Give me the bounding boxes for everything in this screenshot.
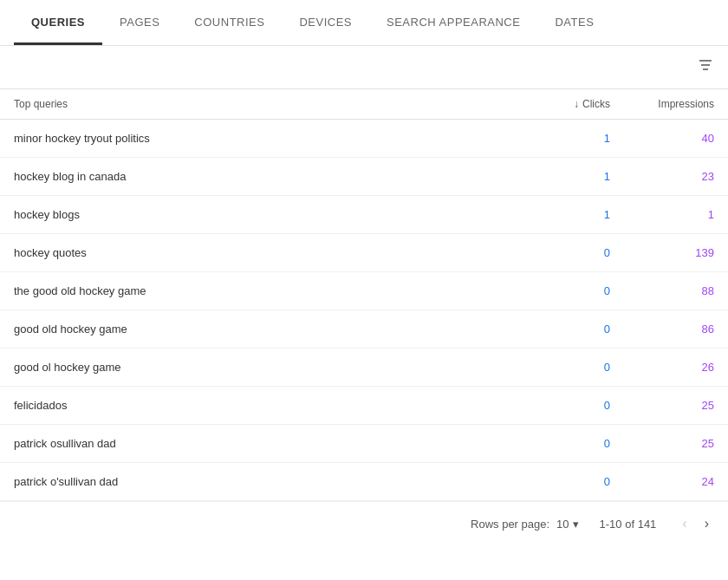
cell-impressions: 86 (610, 323, 714, 336)
tab-countries[interactable]: COUNTRIES (177, 0, 282, 45)
table-row: hockey quotes0139 (0, 234, 728, 272)
queries-table: Top queries ↓ Clicks Impressions minor h… (0, 89, 728, 501)
cell-query: hockey quotes (14, 246, 506, 259)
cell-clicks: 0 (506, 361, 610, 374)
prev-page-button[interactable]: ‹ (677, 514, 692, 533)
cell-query: good ol hockey game (14, 361, 506, 374)
header-clicks[interactable]: ↓ Clicks (506, 98, 610, 110)
chevron-down-icon: ▾ (573, 518, 579, 531)
table-row: good old hockey game086 (0, 310, 728, 349)
tab-pages[interactable]: PAGES (102, 0, 177, 45)
filter-icon[interactable] (697, 56, 714, 78)
header-impressions[interactable]: Impressions (610, 98, 714, 110)
next-page-button[interactable]: › (699, 514, 714, 533)
cell-query: good old hockey game (14, 323, 506, 336)
cell-query: patrick o'sullivan dad (14, 475, 506, 488)
cell-impressions: 139 (610, 246, 714, 259)
cell-clicks: 1 (506, 208, 610, 221)
cell-clicks: 0 (506, 323, 610, 336)
table-header: Top queries ↓ Clicks Impressions (0, 89, 728, 120)
page-info: 1-10 of 141 (600, 518, 657, 531)
cell-impressions: 24 (610, 475, 714, 488)
cell-query: hockey blog in canada (14, 170, 506, 183)
table-row: hockey blog in canada123 (0, 158, 728, 196)
header-query: Top queries (14, 98, 506, 110)
cell-query: felicidados (14, 399, 506, 412)
cell-query: patrick osullivan dad (14, 437, 506, 450)
tabs-container: QUERIES PAGES COUNTRIES DEVICES SEARCH A… (0, 0, 728, 46)
cell-clicks: 0 (506, 246, 610, 259)
rows-per-page-label: Rows per page: (471, 518, 549, 531)
tab-search-appearance[interactable]: SEARCH APPEARANCE (369, 0, 537, 45)
header-clicks-label: Clicks (582, 98, 610, 110)
tab-devices[interactable]: DEVICES (282, 0, 369, 45)
cell-impressions: 1 (610, 208, 714, 221)
pagination: Rows per page: 10 ▾ 1-10 of 141 ‹ › (0, 501, 728, 545)
table-row: hockey blogs11 (0, 196, 728, 234)
table-row: patrick o'sullivan dad024 (0, 463, 728, 501)
tab-dates[interactable]: DATES (537, 0, 611, 45)
cell-clicks: 0 (506, 475, 610, 488)
cell-impressions: 25 (610, 399, 714, 412)
cell-clicks: 1 (506, 132, 610, 145)
cell-clicks: 0 (506, 284, 610, 297)
rows-per-page-value: 10 (556, 518, 569, 531)
toolbar (0, 46, 728, 89)
table-row: felicidados025 (0, 387, 728, 425)
cell-query: minor hockey tryout politics (14, 132, 506, 145)
cell-impressions: 23 (610, 170, 714, 183)
table-row: patrick osullivan dad025 (0, 425, 728, 463)
cell-clicks: 0 (506, 437, 610, 450)
rows-per-page-select[interactable]: 10 ▾ (556, 518, 578, 531)
table-row: good ol hockey game026 (0, 349, 728, 387)
sort-arrow-icon: ↓ (574, 98, 579, 110)
tab-queries[interactable]: QUERIES (14, 0, 102, 45)
page-nav: ‹ › (677, 514, 714, 533)
cell-impressions: 40 (610, 132, 714, 145)
table-body: minor hockey tryout politics140hockey bl… (0, 120, 728, 501)
cell-impressions: 25 (610, 437, 714, 450)
table-row: minor hockey tryout politics140 (0, 120, 728, 158)
cell-clicks: 1 (506, 170, 610, 183)
cell-impressions: 88 (610, 284, 714, 297)
rows-per-page-section: Rows per page: 10 ▾ (471, 518, 579, 531)
cell-query: hockey blogs (14, 208, 506, 221)
cell-query: the good old hockey game (14, 284, 506, 297)
cell-impressions: 26 (610, 361, 714, 374)
table-row: the good old hockey game088 (0, 272, 728, 310)
cell-clicks: 0 (506, 399, 610, 412)
